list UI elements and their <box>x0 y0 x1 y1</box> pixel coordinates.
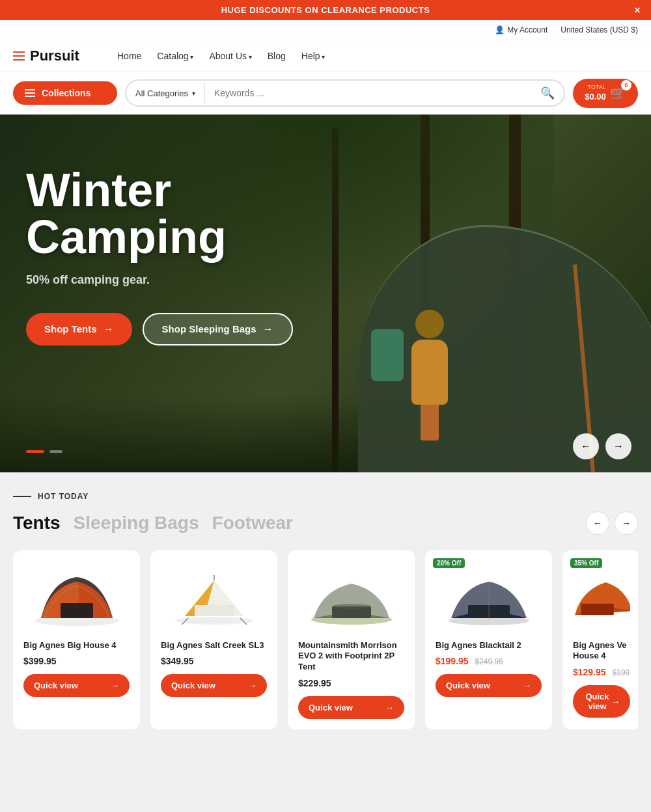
carousel-dots <box>26 450 62 453</box>
product-name-5: Big Agnes Ve House 4 <box>573 640 630 662</box>
header-search-bar: Collections All Categories 🔍 TOTAL $0.00… <box>0 72 651 115</box>
top-nav-bar: 👤 My Account United States (USD $) <box>0 20 651 40</box>
products-section: HOT TODAY Tents Sleeping Bags Footwear ←… <box>0 472 651 750</box>
products-prev-button[interactable]: ← <box>586 511 609 535</box>
top-banner: HUGE DISCOUNTS ON CLEARANCE PRODUCTS × <box>0 0 651 20</box>
tent-image-3 <box>306 567 397 626</box>
category-nav: ← → <box>586 511 638 535</box>
hero-title: Winter Camping <box>26 167 625 260</box>
arrow-right-icon: → <box>263 323 273 335</box>
account-icon: 👤 <box>495 25 505 34</box>
arrow-right-icon: → <box>104 323 114 335</box>
hero-buttons: Shop Tents → Shop Sleeping Bags → <box>26 313 625 345</box>
carousel-nav: ← → <box>573 433 631 459</box>
arrow-icon: → <box>248 681 256 690</box>
shop-sleeping-bags-button[interactable]: Shop Sleeping Bags → <box>143 313 293 345</box>
nav-home[interactable]: Home <box>111 47 148 65</box>
product-card-4: 20% Off Big Agnes Blacktail 2 $199.95 $2… <box>425 550 552 730</box>
collections-button[interactable]: Collections <box>13 81 117 105</box>
product-name-4: Big Agnes Blacktail 2 <box>436 640 542 651</box>
product-price-5: $129.95 $199 <box>573 667 630 677</box>
nav-help[interactable]: Help <box>295 47 332 65</box>
product-name-1: Big Agnes Big House 4 <box>23 640 130 651</box>
arrow-icon: → <box>111 681 119 690</box>
hot-today-label: HOT TODAY <box>13 492 638 501</box>
svg-point-2 <box>175 617 253 625</box>
logo[interactable]: Pursuit <box>13 47 98 64</box>
close-icon[interactable]: × <box>634 5 641 16</box>
product-card-1: Big Agnes Big House 4 $399.95 Quick view… <box>13 550 140 730</box>
products-next-button[interactable]: → <box>615 511 638 535</box>
svg-rect-1 <box>61 603 93 618</box>
hamburger-icon <box>13 51 25 61</box>
quick-view-button-3[interactable]: Quick view → <box>298 696 404 719</box>
product-price-1: $399.95 <box>23 656 130 666</box>
hero-content: Winter Camping 50% off camping gear. Sho… <box>0 115 651 372</box>
product-image-1 <box>23 561 130 632</box>
svg-point-9 <box>332 604 371 609</box>
currency-selector[interactable]: United States (USD $) <box>561 25 638 34</box>
tent-image-2 <box>169 567 260 626</box>
quick-view-button-4[interactable]: Quick view → <box>436 674 542 697</box>
shop-tents-button[interactable]: Shop Tents → <box>26 313 132 345</box>
discount-badge-5: 35% Off <box>570 558 602 568</box>
products-grid: Big Agnes Big House 4 $399.95 Quick view… <box>13 550 638 730</box>
product-card-3: Mountainsmith Morrison EVO 2 with Footpr… <box>288 550 415 730</box>
product-price-2: $349.95 <box>161 656 267 666</box>
arrow-icon: → <box>523 681 531 690</box>
main-navigation: Home Catalog About Us Blog Help <box>111 47 638 65</box>
quick-view-button-2[interactable]: Quick view → <box>161 674 267 697</box>
search-bar: All Categories 🔍 <box>125 79 565 107</box>
product-card-5: 35% Off Big Agnes Ve House 4 $129.95 $19… <box>562 550 638 730</box>
dot-1[interactable] <box>26 450 44 453</box>
discount-badge-4: 20% Off <box>433 558 465 568</box>
tab-sleeping-bags[interactable]: Sleeping Bags <box>74 513 212 534</box>
my-account-link[interactable]: 👤 My Account <box>495 25 547 34</box>
carousel-prev-button[interactable]: ← <box>573 433 599 459</box>
main-header: Pursuit Home Catalog About Us Blog Help <box>0 40 651 72</box>
category-dropdown[interactable]: All Categories <box>126 83 205 103</box>
cart-badge: 0 <box>621 80 631 90</box>
dot-2[interactable] <box>49 450 62 453</box>
tab-footwear[interactable]: Footwear <box>212 513 306 534</box>
quick-view-button-5[interactable]: Quick view → <box>573 685 630 718</box>
arrow-icon: → <box>385 703 394 712</box>
svg-rect-13 <box>581 603 614 615</box>
nav-catalog[interactable]: Catalog <box>150 47 200 65</box>
nav-blog[interactable]: Blog <box>261 47 292 65</box>
product-name-3: Mountainsmith Morrison EVO 2 with Footpr… <box>298 640 404 673</box>
hero-subtitle: 50% off camping gear. <box>26 273 625 287</box>
banner-text: HUGE DISCOUNTS ON CLEARANCE PRODUCTS <box>221 5 430 15</box>
category-tabs: Tents Sleeping Bags Footwear ← → <box>13 511 638 535</box>
tent-image-5 <box>573 567 630 626</box>
tent-image-4 <box>443 567 534 626</box>
product-image-5 <box>573 561 630 632</box>
cart-button[interactable]: TOTAL $0.00 🛒 0 <box>573 79 638 108</box>
product-price-3: $229.95 <box>298 678 404 688</box>
arrow-icon: → <box>611 697 620 707</box>
product-image-2 <box>161 561 267 632</box>
nav-about-us[interactable]: About Us <box>202 47 258 65</box>
tent-image-1 <box>31 567 122 626</box>
product-image-4 <box>436 561 542 632</box>
product-price-4: $199.95 $249.95 <box>436 656 542 666</box>
product-name-2: Big Agnes Salt Creek SL3 <box>161 640 267 651</box>
svg-rect-3 <box>195 605 234 616</box>
product-card-2: Big Agnes Salt Creek SL3 $349.95 Quick v… <box>150 550 277 730</box>
search-input[interactable] <box>205 83 531 103</box>
search-button[interactable]: 🔍 <box>531 81 564 105</box>
tab-tents[interactable]: Tents <box>13 513 74 534</box>
quick-view-button-1[interactable]: Quick view → <box>23 674 130 697</box>
hero-section: Winter Camping 50% off camping gear. Sho… <box>0 115 651 472</box>
carousel-next-button[interactable]: → <box>605 433 631 459</box>
product-image-3 <box>298 561 404 632</box>
collections-menu-icon <box>25 89 35 97</box>
